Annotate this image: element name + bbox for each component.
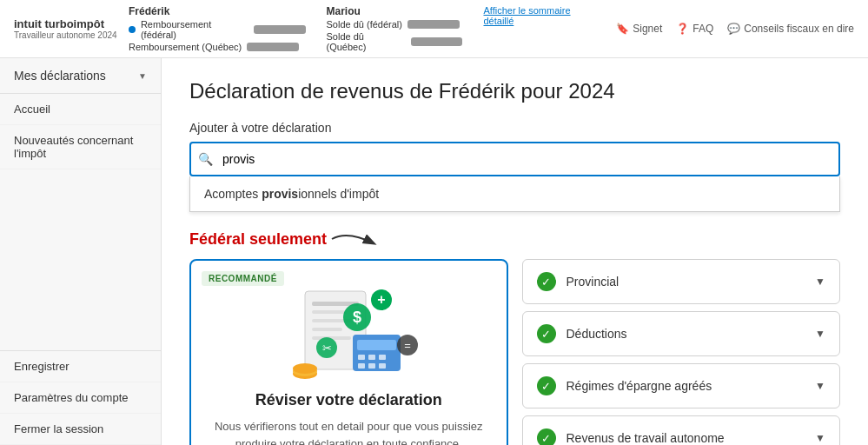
signet-icon: 🔖: [616, 23, 629, 35]
user-mariou-name: Mariou: [327, 5, 463, 17]
dot-icon: [129, 26, 136, 33]
accordion-item-provincial[interactable]: ✓ Provincial ▼: [522, 259, 841, 304]
annotation-text: Fédéral seulement: [189, 230, 327, 249]
sidebar-mes-declarations-label: Mes déclarations: [14, 69, 106, 83]
fred-federal-label: Remboursement (fédéral): [141, 19, 248, 40]
accordion-regimes-label: Régimes d'épargne agréés: [567, 379, 816, 393]
svg-rect-14: [379, 355, 386, 360]
accordion-revenus-autonome-label: Revenus de travail autonome: [567, 431, 816, 445]
conseils-button[interactable]: 💬 Conseils fiscaux en dire: [727, 23, 854, 35]
svg-rect-2: [312, 310, 347, 314]
chevron-down-icon: ▼: [138, 71, 147, 81]
arrow-icon: [330, 226, 382, 252]
check-revenus-autonome-icon: ✓: [537, 428, 556, 445]
check-deductions-icon: ✓: [537, 324, 556, 343]
user-fred-col: Frédérik Remboursement (fédéral) Rembour…: [129, 5, 306, 52]
chevron-provincial-icon: ▼: [815, 276, 825, 288]
faq-label: FAQ: [692, 23, 713, 35]
conseils-label: Conseils fiscaux en dire: [744, 23, 854, 35]
fred-quebec-row: Remboursement (Québec): [129, 42, 306, 52]
sidebar-item-nouveautes[interactable]: Nouveautés concernant l'impôt: [0, 125, 161, 169]
search-icon: 🔍: [198, 152, 213, 166]
top-bar: intuit turboimpôt Travailleur autonome 2…: [0, 0, 868, 58]
check-regimes-icon: ✓: [537, 376, 556, 395]
chevron-revenus-autonome-icon: ▼: [815, 432, 825, 444]
arrow-annotation: Fédéral seulement: [189, 226, 840, 252]
svg-text:✂: ✂: [322, 342, 332, 355]
afficher-link[interactable]: Afficher le sommaire détaillé: [483, 5, 602, 52]
fred-quebec-amount: [247, 43, 299, 51]
main-content: Déclaration de revenus de Frédérik pour …: [162, 58, 868, 445]
accordion-deductions-label: Déductions: [567, 327, 816, 341]
accordion-list: ✓ Provincial ▼ ✓ Déductions ▼ ✓ Régimes …: [522, 259, 841, 445]
sidebar-item-enregistrer[interactable]: Enregistrer: [0, 351, 161, 382]
sidebar-nouveautes-label: Nouveautés concernant l'impôt: [14, 134, 133, 160]
accordion-item-revenus-autonome[interactable]: ✓ Revenus de travail autonome ▼: [522, 415, 841, 445]
signet-label: Signet: [633, 23, 662, 35]
content-grid: RECOMMANDÉ $: [189, 259, 840, 445]
mariou-federal-row: Solde dû (fédéral): [327, 19, 463, 30]
check-provincial-icon: ✓: [537, 272, 556, 291]
user-mariou-col: Mariou Solde dû (fédéral) Solde dû (Québ…: [327, 5, 463, 52]
svg-text:=: =: [404, 339, 411, 352]
signet-button[interactable]: 🔖 Signet: [616, 23, 662, 35]
reviser-card: RECOMMANDÉ $: [189, 259, 508, 445]
top-bar-right: 🔖 Signet ❓ FAQ 💬 Conseils fiscaux en dir…: [616, 23, 854, 35]
reviser-card-body: Réviser votre déclaration Nous vérifiero…: [191, 391, 507, 445]
add-section-label: Ajouter à votre déclaration: [189, 121, 840, 135]
svg-point-24: [293, 363, 317, 374]
page-title: Déclaration de revenus de Frédérik pour …: [189, 79, 840, 103]
accordion-provincial-label: Provincial: [567, 275, 816, 289]
sidebar: Mes déclarations ▼ Accueil Nouveautés co…: [0, 58, 162, 445]
user-info: Frédérik Remboursement (fédéral) Rembour…: [129, 5, 602, 52]
fred-federal-amount: [254, 25, 305, 34]
svg-rect-4: [312, 328, 342, 331]
sidebar-fermer-label: Fermer la session: [14, 422, 103, 435]
sidebar-parametres-label: Paramètres du compte: [14, 391, 129, 404]
sidebar-bottom: Enregistrer Paramètres du compte Fermer …: [0, 350, 161, 445]
recommande-badge: RECOMMANDÉ: [202, 271, 284, 286]
chevron-deductions-icon: ▼: [815, 328, 825, 340]
svg-rect-13: [368, 355, 375, 360]
svg-rect-15: [358, 363, 365, 369]
mariou-quebec-label: Solde dû (Québec): [327, 31, 406, 52]
accordion-item-regimes[interactable]: ✓ Régimes d'épargne agréés ▼: [522, 363, 841, 408]
sidebar-accueil-label: Accueil: [14, 103, 50, 116]
sidebar-item-fermer[interactable]: Fermer la session: [0, 414, 161, 445]
search-wrapper: 🔍: [189, 142, 840, 176]
sidebar-item-parametres[interactable]: Paramètres du compte: [0, 382, 161, 414]
search-input[interactable]: [189, 142, 840, 176]
top-bar-left: intuit turboimpôt Travailleur autonome 2…: [14, 5, 602, 52]
tax-illustration: $ + ✂: [279, 282, 418, 387]
svg-rect-12: [358, 355, 365, 360]
mariou-federal-label: Solde dû (fédéral): [327, 19, 402, 30]
faq-icon: ❓: [676, 23, 689, 35]
accordion-item-deductions[interactable]: ✓ Déductions ▼: [522, 311, 841, 356]
chevron-regimes-icon: ▼: [815, 380, 825, 392]
mariou-quebec-row: Solde dû (Québec): [327, 31, 463, 52]
svg-rect-16: [368, 363, 375, 369]
mariou-federal-amount: [407, 20, 460, 29]
logo-subtitle: Travailleur autonome 2024: [14, 30, 118, 40]
fred-quebec-label: Remboursement (Québec): [129, 42, 242, 52]
reviser-description: Nous vérifierons tout en detail pour que…: [209, 418, 489, 445]
fred-federal-row: Remboursement (fédéral): [129, 19, 306, 40]
sidebar-enregistrer-label: Enregistrer: [14, 360, 70, 373]
user-fred-name: Frédérik: [129, 5, 306, 17]
mariou-quebec-amount: [411, 37, 462, 46]
svg-rect-11: [357, 340, 396, 350]
svg-rect-17: [379, 363, 386, 369]
faq-button[interactable]: ❓ FAQ: [676, 23, 713, 35]
svg-text:$: $: [353, 309, 361, 326]
reviser-title: Réviser votre déclaration: [209, 391, 489, 409]
dropdown-suggestion[interactable]: Acomptes provisionnels d'impôt: [189, 176, 840, 212]
logo-text: intuit turboimpôt: [14, 17, 118, 30]
main-layout: Mes déclarations ▼ Accueil Nouveautés co…: [0, 58, 868, 445]
sidebar-item-accueil[interactable]: Accueil: [0, 94, 161, 125]
suggestion-highlight: provis: [262, 187, 298, 201]
conseils-icon: 💬: [727, 23, 740, 35]
svg-text:+: +: [378, 292, 386, 307]
suggestion-suffix: ionnels d'impôt: [298, 187, 379, 201]
sidebar-item-mes-declarations[interactable]: Mes déclarations ▼: [0, 58, 161, 94]
suggestion-prefix: Acomptes: [204, 187, 262, 201]
